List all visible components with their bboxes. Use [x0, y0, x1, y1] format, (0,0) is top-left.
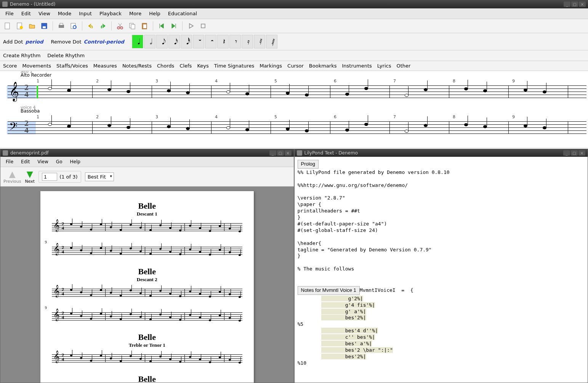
time-signature-1: 2 4 — [24, 84, 29, 98]
page-total: (1 of 3) — [59, 174, 77, 180]
object-menu-clefs[interactable]: Clefs — [179, 63, 192, 69]
go-end-button[interactable] — [168, 21, 179, 31]
open-button[interactable] — [27, 21, 37, 31]
paste-button[interactable] — [139, 21, 150, 31]
menu-edit[interactable]: Edit — [18, 9, 35, 18]
object-menu-measures[interactable]: Measures — [93, 63, 117, 69]
object-menu-staffs-voices[interactable]: Staffs/Voices — [56, 63, 88, 69]
lilypond-text[interactable]: Prolog %% LilyPond file generated by Den… — [295, 157, 588, 383]
delete-rhythm-button[interactable]: Delete Rhythm — [47, 53, 85, 58]
minimize-button[interactable]: _ — [563, 150, 570, 156]
new-template-button[interactable] — [14, 21, 25, 31]
add-dot-label[interactable]: Add Dot — [3, 39, 23, 45]
close-button[interactable]: × — [579, 2, 586, 7]
bar-number: 9 — [512, 79, 515, 84]
close-button[interactable]: × — [285, 150, 292, 156]
prolog-button[interactable]: Prolog — [298, 160, 319, 169]
create-rhythm-button[interactable]: Create Rhythm — [3, 53, 40, 58]
object-menu-markings[interactable]: Markings — [260, 63, 282, 69]
bar-number: 1 — [37, 114, 39, 119]
duration-button-12[interactable]: 𝅁 — [266, 35, 277, 48]
duration-button-2[interactable]: 𝅘𝅥 — [132, 35, 143, 48]
undo-button[interactable] — [85, 21, 96, 31]
menu-help[interactable]: Help — [145, 9, 164, 18]
window-title: Denemo - (Untitled) — [10, 2, 55, 7]
menu-mode[interactable]: Mode — [54, 9, 75, 18]
duration-button-4[interactable]: 𝅘𝅥𝅯 — [168, 35, 180, 48]
object-menu-chords[interactable]: Chords — [157, 63, 174, 69]
pdf-menu-help[interactable]: Help — [66, 158, 84, 166]
object-menu-keys[interactable]: Keys — [197, 63, 208, 69]
duration-bar: Add Dot period Remove Dot Control-period… — [0, 33, 588, 50]
menu-file[interactable]: File — [2, 9, 18, 18]
save-button[interactable] — [39, 21, 50, 31]
pdf-view[interactable]: Belle Descant 1 𝄞2 4 9 𝄞2 4 Belle Descan… — [0, 187, 294, 383]
print-button[interactable] — [56, 21, 67, 31]
menu-more[interactable]: More — [125, 9, 145, 18]
menu-input[interactable]: Input — [75, 9, 96, 18]
object-menu-cursor[interactable]: Cursor — [287, 63, 304, 69]
menu-educational[interactable]: Educational — [164, 9, 201, 18]
staff-lines — [8, 121, 586, 134]
duration-button-5[interactable]: 𝅘𝅥𝅰 — [181, 35, 192, 48]
pdf-icon — [3, 150, 8, 156]
bar-number: 8 — [453, 79, 455, 84]
next-page-button[interactable]: ▼ Next — [25, 169, 35, 184]
object-menu-time-signatures[interactable]: Time Signatures — [214, 63, 254, 69]
pdf-toolbar: ▲ Previous ▼ Next (1 of 3) Best Fit ▾ — [0, 167, 294, 187]
print-preview-button[interactable] — [68, 21, 79, 31]
object-menu-other[interactable]: Other — [396, 63, 410, 69]
object-menu-score[interactable]: Score — [3, 63, 17, 69]
lily-window-title: LilyPond Text - Denemo — [304, 150, 358, 156]
pdf-menu-go[interactable]: Go — [52, 158, 66, 166]
menu-playback[interactable]: Playback — [96, 9, 125, 18]
cut-button[interactable] — [115, 21, 125, 31]
object-menu-instruments[interactable]: Instruments — [342, 63, 372, 69]
play-button[interactable] — [186, 21, 196, 31]
notes-voice-button[interactable]: Notes for MvmntI Voice 1 — [298, 286, 360, 295]
bar-number: 6 — [334, 114, 336, 119]
stop-button[interactable] — [198, 21, 208, 31]
duration-button-1[interactable]: 𝅗𝅥 — [144, 35, 155, 48]
duration-button-11[interactable]: 𝅀 — [254, 35, 265, 48]
pdf-menu-view[interactable]: View — [34, 158, 52, 166]
svg-rect-15 — [201, 24, 205, 28]
score-view[interactable]: alto 1 Alto Recorder 𝄞 2 4 123456789 voi… — [0, 71, 588, 147]
redo-button[interactable] — [98, 21, 108, 31]
go-start-button[interactable] — [156, 21, 167, 31]
maximize-button[interactable]: ▢ — [571, 2, 578, 7]
copy-button[interactable] — [127, 21, 138, 31]
duration-button-3[interactable]: 𝅘𝅥𝅮 — [156, 35, 168, 48]
maximize-button[interactable]: ▢ — [571, 150, 578, 156]
new-file-button[interactable] — [2, 21, 13, 31]
main-menu: FileEditViewModeInputPlaybackMoreHelpEdu… — [0, 8, 588, 19]
pdf-panel: denemoprint.pdf _ ▢ × FileEditViewGoHelp… — [0, 149, 294, 383]
svg-rect-14 — [143, 24, 146, 28]
object-menu-movements[interactable]: Movements — [22, 63, 51, 69]
pdf-menu-edit[interactable]: Edit — [17, 158, 34, 166]
main-titlebar: Denemo - (Untitled) _ ▢ × — [0, 0, 588, 8]
doc-part-1: Descant 1 — [52, 211, 242, 217]
duration-button-6[interactable]: 𝄻 — [193, 35, 204, 48]
edit-cursor — [37, 85, 38, 98]
zoom-select[interactable]: Best Fit ▾ — [85, 172, 114, 181]
maximize-button[interactable]: ▢ — [277, 150, 284, 156]
duration-button-8[interactable]: 𝄽 — [217, 35, 229, 48]
object-menu-notes-rests[interactable]: Notes/Rests — [122, 63, 152, 69]
minimize-button[interactable]: _ — [269, 150, 276, 156]
pdf-menu-file[interactable]: File — [2, 158, 17, 166]
bar-number: 5 — [274, 79, 277, 84]
remove-dot-label[interactable]: Remove Dot — [51, 39, 82, 45]
menu-view[interactable]: View — [35, 9, 54, 18]
close-button[interactable]: × — [578, 150, 585, 156]
page-number-input[interactable] — [42, 173, 57, 181]
pdf-page: Belle Descant 1 𝄞2 4 9 𝄞2 4 Belle Descan… — [40, 191, 254, 383]
svg-rect-4 — [43, 26, 46, 28]
minimize-button[interactable]: _ — [564, 2, 570, 7]
duration-button-9[interactable]: 𝄾 — [229, 35, 241, 48]
prev-page-button[interactable]: ▲ Previous — [3, 169, 21, 184]
duration-button-7[interactable]: 𝄼 — [205, 35, 216, 48]
object-menu-bookmarks[interactable]: Bookmarks — [309, 63, 337, 69]
object-menu-lyrics[interactable]: Lyrics — [377, 63, 391, 69]
duration-button-10[interactable]: 𝄿 — [242, 35, 253, 48]
